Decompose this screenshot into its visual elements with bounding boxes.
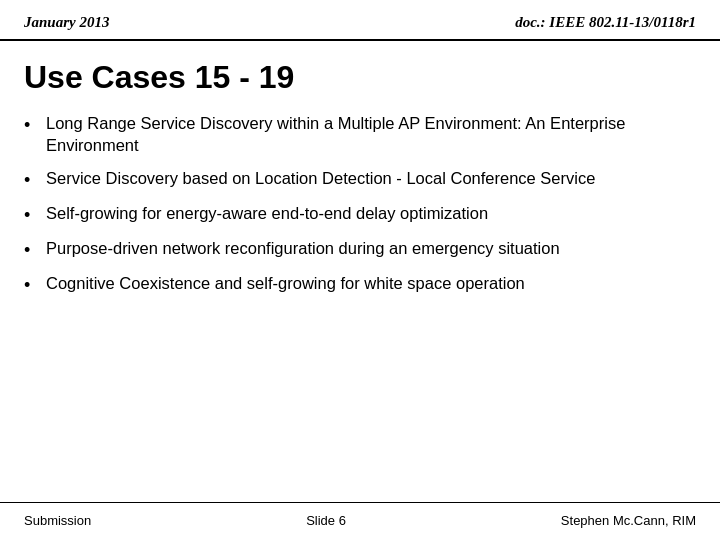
- bullet-text: Service Discovery based on Location Dete…: [46, 167, 696, 189]
- bullet-dot: •: [24, 167, 46, 192]
- slide: January 2013 doc.: IEEE 802.11-13/0118r1…: [0, 0, 720, 540]
- slide-title: Use Cases 15 - 19: [24, 59, 696, 96]
- bullet-text: Long Range Service Discovery within a Mu…: [46, 112, 696, 157]
- list-item: • Purpose-driven network reconfiguration…: [24, 237, 696, 262]
- bullet-dot: •: [24, 112, 46, 137]
- list-item: • Service Discovery based on Location De…: [24, 167, 696, 192]
- footer-author: Stephen Mc.Cann, RIM: [561, 513, 696, 528]
- title-section: Use Cases 15 - 19: [0, 41, 720, 106]
- bullet-dot: •: [24, 237, 46, 262]
- bullet-dot: •: [24, 202, 46, 227]
- bullet-list: • Long Range Service Discovery within a …: [24, 112, 696, 298]
- list-item: • Long Range Service Discovery within a …: [24, 112, 696, 157]
- list-item: • Cognitive Coexistence and self-growing…: [24, 272, 696, 297]
- bullet-dot: •: [24, 272, 46, 297]
- bullet-text: Cognitive Coexistence and self-growing f…: [46, 272, 696, 294]
- slide-footer: Submission Slide 6 Stephen Mc.Cann, RIM: [0, 502, 720, 540]
- list-item: • Self-growing for energy-aware end-to-e…: [24, 202, 696, 227]
- bullet-text: Self-growing for energy-aware end-to-end…: [46, 202, 696, 224]
- slide-header: January 2013 doc.: IEEE 802.11-13/0118r1: [0, 0, 720, 41]
- footer-slide-number: Slide 6: [306, 513, 346, 528]
- header-doc: doc.: IEEE 802.11-13/0118r1: [515, 14, 696, 31]
- header-date: January 2013: [24, 14, 109, 31]
- content-section: • Long Range Service Discovery within a …: [0, 106, 720, 314]
- footer-submission: Submission: [24, 513, 91, 528]
- bullet-text: Purpose-driven network reconfiguration d…: [46, 237, 696, 259]
